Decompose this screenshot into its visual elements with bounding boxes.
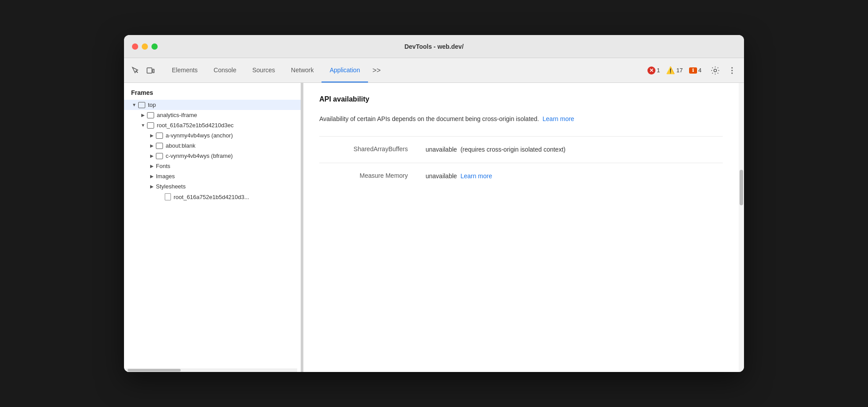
tree-arrow-anchor	[149, 133, 155, 138]
file-icon-root	[165, 193, 171, 200]
svg-point-2	[714, 69, 717, 72]
tab-application[interactable]: Application	[322, 58, 368, 82]
more-tabs-button[interactable]: >>	[368, 58, 385, 82]
warning-icon: ⚠️	[666, 66, 675, 74]
sidebar-section-frames: Frames	[124, 83, 301, 100]
more-options-button[interactable]	[725, 64, 739, 77]
frame-icon-anchor	[156, 133, 163, 139]
device-toolbar-icon[interactable]	[144, 64, 157, 77]
tab-console[interactable]: Console	[205, 58, 244, 82]
api-label-measure-memory: Measure Memory	[319, 171, 417, 180]
svg-point-3	[732, 67, 733, 68]
api-row-measure-memory: Measure Memory unavailable Learn more	[319, 163, 723, 189]
tree-arrow-bframe	[149, 153, 155, 158]
sidebar-item-about-blank[interactable]: about:blank	[124, 141, 301, 151]
api-availability-title: API availability	[319, 95, 723, 103]
api-table: SharedArrayBuffers unavailable (requires…	[319, 136, 723, 189]
api-description: Availability of certain APIs depends on …	[319, 114, 723, 124]
info-badge[interactable]: ℹ 4	[689, 67, 701, 74]
sidebar-item-top[interactable]: top	[124, 100, 301, 110]
toolbar: Elements Console Sources Network Applica…	[124, 58, 744, 83]
warning-badge[interactable]: ⚠️ 17	[666, 66, 682, 74]
info-icon: ℹ	[689, 67, 697, 74]
error-badge[interactable]: ✕ 1	[647, 67, 660, 74]
toolbar-right: ✕ 1 ⚠️ 17 ℹ 4	[647, 64, 739, 77]
tab-elements[interactable]: Elements	[164, 58, 205, 82]
sidebar-item-analytics-iframe[interactable]: analytics-iframe	[124, 110, 301, 120]
error-icon: ✕	[647, 67, 655, 74]
tree-arrow-images	[149, 174, 155, 179]
frame-icon-root	[147, 122, 154, 129]
tree-arrow-analytics	[140, 113, 146, 117]
svg-rect-0	[147, 68, 152, 73]
toolbar-tabs: Elements Console Sources Network Applica…	[164, 58, 647, 82]
sidebar: Frames top analytics-iframe root_616a752…	[124, 83, 301, 372]
titlebar: DevTools - web.dev/	[124, 35, 744, 58]
sidebar-item-bframe[interactable]: c-vynmy4vb4wys (bframe)	[124, 151, 301, 161]
api-label-shared-array-buffers: SharedArrayBuffers	[319, 145, 417, 154]
api-value-measure-memory: unavailable Learn more	[426, 171, 723, 181]
tree-arrow-root	[140, 123, 146, 128]
tab-network[interactable]: Network	[283, 58, 322, 82]
frame-icon-top	[138, 102, 145, 108]
svg-point-4	[732, 70, 733, 71]
tree-arrow-fonts	[149, 164, 155, 168]
maximize-button[interactable]	[151, 43, 158, 50]
window-controls	[132, 43, 158, 50]
minimize-button[interactable]	[142, 43, 148, 50]
sidebar-item-stylesheets[interactable]: Stylesheets	[124, 181, 301, 192]
main-area: Frames top analytics-iframe root_616a752…	[124, 83, 744, 372]
sidebar-hscroll-thumb	[128, 369, 181, 372]
tree-arrow-about-blank	[149, 143, 155, 148]
close-button[interactable]	[132, 43, 138, 50]
devtools-window: DevTools - web.dev/ Elements	[124, 35, 744, 372]
sidebar-item-root-file[interactable]: root_616a752e1b5d4210d3...	[124, 192, 301, 202]
svg-rect-1	[153, 69, 154, 73]
api-row-shared-array-buffers: SharedArrayBuffers unavailable (requires…	[319, 136, 723, 162]
svg-point-5	[732, 72, 733, 74]
sidebar-item-anchor[interactable]: a-vynmy4vb4wys (anchor)	[124, 130, 301, 141]
frame-icon-analytics	[147, 112, 154, 118]
frame-icon-bframe	[156, 153, 163, 159]
content-panel: API availability Availability of certain…	[303, 83, 739, 372]
sidebar-horizontal-scrollbar[interactable]	[124, 368, 297, 372]
content-scrollbar-thumb	[740, 170, 743, 205]
content-scrollbar[interactable]	[739, 83, 744, 372]
window-title: DevTools - web.dev/	[404, 43, 464, 50]
select-element-icon[interactable]	[129, 64, 142, 77]
frame-icon-about-blank	[156, 143, 163, 149]
tree-arrow-top	[131, 102, 137, 107]
toolbar-icons	[129, 64, 157, 77]
api-value-shared-array-buffers: unavailable (requires cross-origin isola…	[426, 145, 723, 154]
sidebar-item-fonts[interactable]: Fonts	[124, 161, 301, 171]
api-learn-more-link[interactable]: Learn more	[542, 115, 574, 122]
tree-arrow-stylesheets	[149, 184, 155, 189]
measure-memory-learn-more-link[interactable]: Learn more	[461, 172, 492, 180]
settings-button[interactable]	[709, 64, 722, 77]
sidebar-item-images[interactable]: Images	[124, 171, 301, 181]
sidebar-item-root[interactable]: root_616a752e1b5d4210d3ec	[124, 120, 301, 130]
tab-sources[interactable]: Sources	[244, 58, 283, 82]
